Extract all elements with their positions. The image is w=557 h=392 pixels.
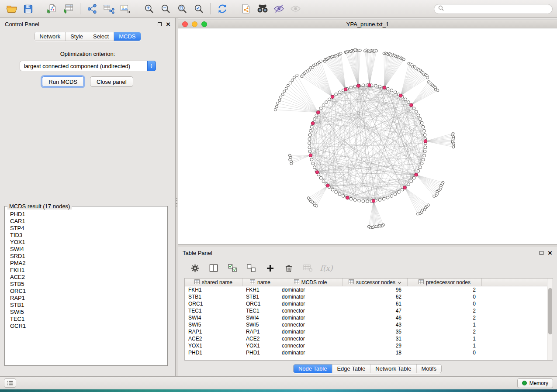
table-scrollbar-thumb[interactable] [548, 288, 552, 334]
network-node[interactable] [287, 84, 289, 87]
save-icon[interactable] [21, 2, 35, 15]
column-header-predecessor-nodes[interactable]: predecessor nodes [408, 279, 482, 286]
table-row[interactable]: RAP1RAP1dominator352 [185, 328, 553, 335]
network-node[interactable] [325, 101, 328, 104]
network-node[interactable] [322, 104, 325, 107]
network-node[interactable] [410, 180, 413, 183]
network-dominator-node[interactable] [368, 83, 371, 87]
network-node[interactable] [419, 166, 422, 169]
network-node[interactable] [338, 193, 341, 196]
network-node[interactable] [320, 60, 322, 62]
network-node[interactable] [412, 107, 415, 110]
table-row[interactable]: YOX1YOX1connector291 [185, 342, 553, 349]
network-canvas[interactable] [178, 28, 557, 244]
select-all-icon[interactable] [227, 262, 238, 274]
add-column-icon[interactable] [264, 262, 276, 274]
network-node[interactable] [288, 154, 291, 157]
network-node[interactable] [311, 162, 315, 165]
network-node[interactable] [420, 162, 423, 165]
zoom-selected-icon[interactable] [191, 2, 206, 15]
network-node[interactable] [417, 213, 419, 215]
network-node[interactable] [308, 146, 311, 149]
network-node[interactable] [277, 102, 279, 105]
network-dominator-node[interactable] [311, 122, 315, 125]
network-node[interactable] [275, 105, 278, 108]
network-node[interactable] [322, 180, 325, 183]
network-node[interactable] [313, 117, 316, 120]
minimize-window-button[interactable] [192, 21, 197, 27]
network-node[interactable] [433, 195, 436, 197]
network-node[interactable] [412, 176, 415, 179]
mcds-result-item[interactable]: CAR1 [10, 218, 167, 225]
mcds-result-item[interactable]: FKH1 [10, 267, 167, 274]
mcds-result-item[interactable]: GCR1 [10, 323, 167, 330]
network-node[interactable] [274, 108, 277, 111]
mcds-result-item[interactable]: STB1 [10, 302, 167, 309]
network-node[interactable] [289, 82, 291, 84]
network-node[interactable] [422, 125, 425, 128]
network-node[interactable] [367, 225, 370, 228]
zoom-fit-icon[interactable] [175, 2, 189, 15]
table-scrollbar[interactable] [547, 279, 553, 360]
network-node[interactable] [362, 84, 365, 87]
delete-column-icon[interactable] [283, 262, 294, 274]
network-node[interactable] [394, 91, 397, 94]
network-node[interactable] [407, 101, 410, 104]
network-node[interactable] [407, 183, 410, 186]
mcds-result-item[interactable]: SRD1 [10, 253, 167, 260]
column-header-successor-nodes[interactable]: successor nodes [343, 279, 408, 286]
maximize-window-button[interactable] [201, 21, 207, 27]
network-node[interactable] [417, 169, 420, 172]
refresh-icon[interactable] [215, 2, 229, 15]
network-node[interactable] [308, 138, 311, 141]
table-row[interactable]: STB1STB1dominator620 [185, 293, 553, 300]
gear-icon[interactable] [189, 262, 201, 274]
network-node[interactable] [353, 199, 356, 202]
network-node[interactable] [417, 114, 420, 117]
network-table-icon[interactable] [101, 2, 116, 15]
tab-style[interactable]: Style [66, 32, 88, 41]
network-node[interactable] [404, 98, 407, 101]
network-node[interactable] [359, 49, 361, 52]
network-node[interactable] [349, 86, 353, 89]
tab-network[interactable]: Network [35, 32, 66, 41]
network-node[interactable] [390, 195, 393, 198]
network-node[interactable] [315, 114, 318, 117]
mcds-result-item[interactable]: PMA2 [10, 260, 167, 267]
panel-menu-button[interactable] [4, 378, 16, 388]
network-node[interactable] [394, 193, 397, 196]
network-node[interactable] [423, 129, 426, 132]
network-dominator-node[interactable] [403, 186, 407, 189]
table-row[interactable]: ORC1ORC1dominator610 [185, 300, 553, 307]
zoom-out-icon[interactable] [158, 2, 173, 15]
criterion-dropdown[interactable]: largest connected component (undirected)… [20, 61, 156, 71]
network-node[interactable] [423, 134, 426, 137]
network-node[interactable] [319, 107, 322, 110]
network-node[interactable] [424, 146, 427, 149]
network-node[interactable] [307, 197, 310, 199]
table-row[interactable]: TEC1TEC1connector472 [185, 307, 553, 314]
copy-document-icon[interactable] [239, 2, 253, 15]
network-node[interactable] [309, 129, 312, 132]
network-node[interactable] [402, 58, 405, 61]
network-node[interactable] [366, 200, 369, 203]
network-node[interactable] [386, 87, 389, 90]
network-node[interactable] [378, 199, 381, 202]
network-node[interactable] [353, 85, 356, 88]
network-dominator-node[interactable] [372, 199, 375, 203]
table-tab-edge-table[interactable]: Edge Table [332, 364, 370, 373]
mcds-result-item[interactable]: PHD1 [10, 211, 167, 218]
network-node[interactable] [328, 98, 331, 101]
split-panel-icon[interactable] [208, 262, 219, 274]
network-node[interactable] [386, 196, 389, 199]
float-panel-icon[interactable] [158, 22, 162, 26]
network-node[interactable] [436, 89, 439, 92]
network-node[interactable] [375, 49, 377, 52]
network-node[interactable] [335, 191, 338, 194]
float-table-panel-icon[interactable] [540, 251, 543, 255]
mcds-result-item[interactable]: TID3 [10, 232, 167, 239]
new-network-icon[interactable] [85, 2, 99, 15]
network-dominator-node[interactable] [356, 84, 360, 88]
network-node[interactable] [308, 142, 311, 145]
network-node[interactable] [331, 188, 334, 191]
